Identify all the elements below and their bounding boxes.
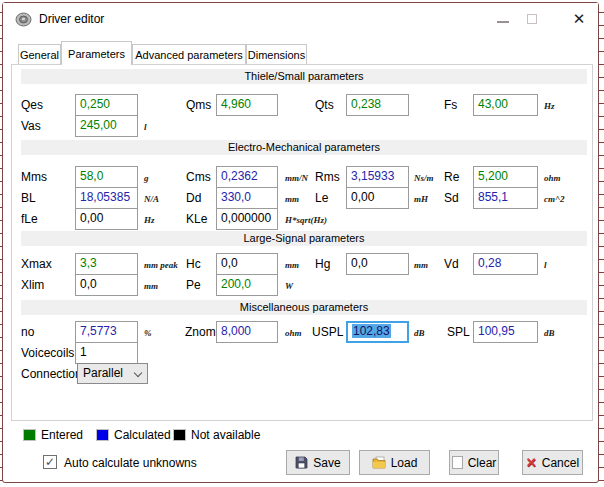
znom-label: Znom bbox=[185, 325, 216, 339]
hg-input[interactable]: 0,0 bbox=[346, 253, 409, 275]
qes-input[interactable]: 0,250 bbox=[75, 94, 138, 116]
znom-unit: ohm bbox=[285, 328, 302, 338]
tab-parameters[interactable]: Parameters bbox=[61, 41, 132, 65]
re-unit: ohm bbox=[544, 173, 561, 183]
bl-input[interactable]: 18,05385 bbox=[75, 187, 138, 209]
xmax-input[interactable]: 3,3 bbox=[75, 253, 138, 275]
load-button-label: Load bbox=[391, 456, 418, 470]
xmax-label: Xmax bbox=[21, 257, 52, 271]
pe-input[interactable]: 200,0 bbox=[216, 274, 278, 296]
no-label: no bbox=[21, 325, 34, 339]
sd-unit: cm^2 bbox=[544, 194, 565, 204]
spl-unit: dB bbox=[544, 328, 555, 338]
tab-bar: General Parameters Advanced parameters D… bbox=[3, 41, 598, 65]
legend-entered-label: Entered bbox=[41, 428, 83, 442]
hc-input[interactable]: 0,0 bbox=[216, 253, 278, 275]
cms-input[interactable]: 0,2362 bbox=[216, 166, 278, 188]
maximize-icon[interactable] bbox=[527, 14, 537, 24]
pe-label: Pe bbox=[186, 278, 201, 292]
chevron-down-icon bbox=[134, 369, 142, 377]
connection-dropdown[interactable]: Parallel bbox=[77, 363, 148, 384]
legend-not-available-swatch bbox=[173, 429, 186, 441]
re-input[interactable]: 5,200 bbox=[473, 166, 538, 188]
xlim-label: Xlim bbox=[21, 278, 44, 292]
mms-label: Mms bbox=[21, 170, 47, 184]
cancel-button[interactable]: ✕ Cancel bbox=[522, 450, 583, 475]
vd-input[interactable]: 0,28 bbox=[473, 253, 538, 275]
legend-not-available-label: Not available bbox=[191, 428, 260, 442]
fle-input[interactable]: 0,00 bbox=[75, 208, 138, 230]
rms-unit: Ns/m bbox=[414, 173, 434, 183]
xlim-input[interactable]: 0,0 bbox=[75, 274, 138, 296]
spl-input[interactable]: 100,95 bbox=[473, 321, 538, 343]
tab-dimensions[interactable]: Dimensions bbox=[246, 44, 307, 65]
checkmark-icon: ✓ bbox=[45, 455, 55, 469]
kle-unit: H*sqrt(Hz) bbox=[285, 215, 327, 225]
hc-label: Hc bbox=[186, 257, 201, 271]
qts-input[interactable]: 0,238 bbox=[346, 94, 409, 116]
window-title: Driver editor bbox=[39, 12, 104, 26]
voicecoils-input[interactable]: 1 bbox=[75, 342, 138, 364]
legend-entered-swatch bbox=[23, 429, 36, 441]
dd-input[interactable]: 330,0 bbox=[216, 187, 278, 209]
sd-label: Sd bbox=[444, 191, 459, 205]
vd-unit: l bbox=[544, 260, 547, 270]
vd-label: Vd bbox=[444, 257, 459, 271]
sd-input[interactable]: 855,1 bbox=[473, 187, 538, 209]
bl-unit: N/A bbox=[144, 194, 159, 204]
qms-label: Qms bbox=[186, 98, 211, 112]
uspl-input[interactable]: 102,83 bbox=[346, 321, 409, 343]
fs-label: Fs bbox=[444, 98, 457, 112]
vas-input[interactable]: 245,00 bbox=[75, 115, 138, 137]
no-input[interactable]: 7,5773 bbox=[75, 321, 138, 343]
voicecoils-label: Voicecoils bbox=[21, 346, 74, 360]
re-label: Re bbox=[444, 170, 459, 184]
section-header-thiele-small: Thiele/Small parameters bbox=[21, 69, 587, 84]
uspl-unit: dB bbox=[414, 328, 425, 338]
xmax-unit: mm peak bbox=[144, 260, 178, 270]
le-unit: mH bbox=[414, 194, 428, 204]
rms-input[interactable]: 3,15933 bbox=[346, 166, 409, 188]
load-button[interactable]: Load bbox=[359, 450, 430, 475]
legend-calculated-label: Calculated bbox=[114, 428, 171, 442]
section-header-electro-mechanical: Electro-Mechanical parameters bbox=[21, 140, 587, 155]
minimize-icon[interactable] bbox=[497, 21, 509, 23]
qes-label: Qes bbox=[21, 98, 43, 112]
vas-label: Vas bbox=[21, 119, 41, 133]
speaker-driver-icon bbox=[15, 12, 32, 31]
hg-label: Hg bbox=[315, 257, 330, 271]
mms-unit: g bbox=[144, 173, 149, 183]
legend-calculated-swatch bbox=[96, 429, 109, 441]
tab-general[interactable]: General bbox=[18, 44, 61, 65]
qms-input[interactable]: 4,960 bbox=[216, 94, 278, 116]
close-icon[interactable]: ✕ bbox=[569, 10, 589, 28]
kle-label: KLe bbox=[186, 212, 207, 226]
rms-label: Rms bbox=[315, 170, 340, 184]
auto-calculate-checkbox[interactable]: ✓ bbox=[43, 455, 57, 469]
connection-value: Parallel bbox=[83, 366, 123, 380]
fs-unit: Hz bbox=[544, 101, 555, 111]
fs-input[interactable]: 43,00 bbox=[473, 94, 538, 116]
qts-label: Qts bbox=[315, 98, 334, 112]
dd-unit: mm bbox=[285, 194, 299, 204]
le-label: Le bbox=[315, 191, 328, 205]
clear-button-label: Clear bbox=[468, 456, 497, 470]
no-unit: % bbox=[144, 328, 152, 338]
section-header-miscellaneous: Miscellaneous parameters bbox=[21, 300, 587, 315]
save-button[interactable]: Save bbox=[286, 450, 350, 475]
floppy-disk-icon bbox=[295, 456, 308, 469]
xlim-unit: mm bbox=[144, 281, 158, 291]
auto-calculate-label: Auto calculate unknowns bbox=[64, 456, 197, 470]
le-input[interactable]: 0,00 bbox=[346, 187, 409, 209]
uspl-selected-text: 102,83 bbox=[352, 324, 391, 338]
tab-advanced-parameters[interactable]: Advanced parameters bbox=[132, 44, 246, 65]
znom-input[interactable]: 8,000 bbox=[216, 321, 278, 343]
hc-unit: mm bbox=[285, 260, 299, 270]
cms-unit: mm/N bbox=[285, 173, 308, 183]
clear-button[interactable]: Clear bbox=[449, 450, 499, 475]
kle-input[interactable]: 0,000000 bbox=[216, 208, 278, 230]
mms-input[interactable]: 58,0 bbox=[75, 166, 138, 188]
hg-unit: mm bbox=[414, 260, 428, 270]
cancel-button-label: Cancel bbox=[542, 456, 579, 470]
dd-label: Dd bbox=[186, 191, 201, 205]
